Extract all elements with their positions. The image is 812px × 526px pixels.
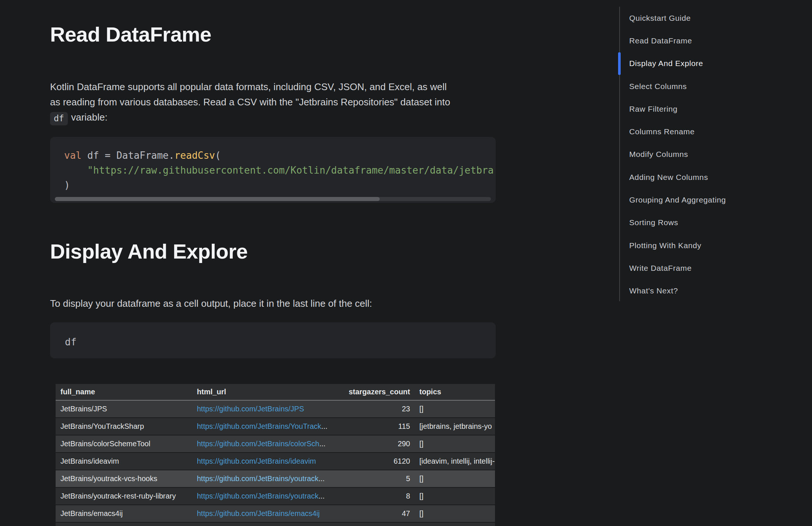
cell-html-url: https://github.com/JetBrains/YouTrack... xyxy=(197,422,341,431)
intro-line-1: Kotlin DataFrame supports all popular da… xyxy=(50,79,497,95)
link-ellipsis: ... xyxy=(319,440,326,448)
cell-topics: [] xyxy=(410,492,495,500)
repo-link[interactable]: https://github.com/JetBrains/youtrack xyxy=(197,474,318,483)
sidebar-item-grouping-and-aggregating[interactable]: Grouping And Aggregating xyxy=(629,188,800,211)
sidebar-item-quickstart-guide[interactable]: Quickstart Guide xyxy=(629,7,800,29)
column-header-full-name: full_name xyxy=(56,388,197,396)
sidebar-item-read-dataframe[interactable]: Read DataFrame xyxy=(629,29,800,52)
table-row: JetBrains/JPS https://github.com/JetBrai… xyxy=(56,401,495,418)
table-of-contents: Quickstart Guide Read DataFrame Display … xyxy=(629,7,800,302)
cell-html-url: https://github.com/JetBrains/colorSch... xyxy=(197,440,341,448)
cell-stargazers-count: 47 xyxy=(341,509,410,518)
sidebar-divider xyxy=(619,7,620,301)
cell-html-url: https://github.com/JetBrains/youtrack... xyxy=(197,492,341,500)
table-header-row: full_name html_url stargazers_count topi… xyxy=(56,384,495,401)
sidebar-item-plotting-with-kandy[interactable]: Plotting With Kandy xyxy=(629,234,800,257)
sidebar-item-columns-rename[interactable]: Columns Rename xyxy=(629,120,800,143)
cell-stargazers-count: 290 xyxy=(341,440,410,448)
page-title: Read DataFrame xyxy=(50,22,211,46)
sidebar-item-select-columns[interactable]: Select Columns xyxy=(629,75,800,98)
repo-link[interactable]: https://github.com/JetBrains/youtrack xyxy=(197,492,318,500)
cell-stargazers-count: 6120 xyxy=(341,457,410,466)
intro-tail: variable: xyxy=(71,112,108,123)
repo-link[interactable]: https://github.com/JetBrains/JPS xyxy=(197,405,304,413)
cell-html-url: https://github.com/JetBrains/emacs4ij xyxy=(197,509,341,518)
open-paren: ( xyxy=(215,150,221,161)
table-row-highlighted: JetBrains/youtrack-vcs-hooks https://git… xyxy=(56,470,495,488)
code-block-df: df xyxy=(50,322,496,358)
code-line-1: val df = DataFrame.readCsv( xyxy=(64,148,496,163)
active-section-indicator xyxy=(618,52,621,75)
dataframe-table: full_name html_url stargazers_count topi… xyxy=(56,384,495,526)
cell-topics: [] xyxy=(410,474,495,483)
cell-stargazers-count: 5 xyxy=(341,474,410,483)
cell-html-url: https://github.com/JetBrains/JPS xyxy=(197,405,341,413)
link-ellipsis: ... xyxy=(321,422,327,430)
column-header-stargazers-count: stargazers_count xyxy=(341,388,410,396)
sidebar-item-sorting-rows[interactable]: Sorting Rows xyxy=(629,211,800,234)
sidebar-item-raw-filtering[interactable]: Raw Filtering xyxy=(629,98,800,120)
cell-stargazers-count: 23 xyxy=(341,405,410,413)
cell-full-name: JetBrains/emacs4ij xyxy=(56,509,197,518)
cell-full-name: JetBrains/ideavim xyxy=(56,457,197,466)
code-plain: df = DataFrame. xyxy=(82,150,174,161)
column-header-html-url: html_url xyxy=(197,388,341,396)
code-line-df: df xyxy=(65,335,496,349)
keyword-val: val xyxy=(64,150,82,161)
table-row: JetBrains/emacs4ij https://github.com/Je… xyxy=(56,505,495,523)
cell-stargazers-count: 115 xyxy=(341,422,410,431)
link-ellipsis: ... xyxy=(318,492,325,500)
sidebar-item-write-dataframe[interactable]: Write DataFrame xyxy=(629,257,800,279)
cell-full-name: JetBrains/youtrack-vcs-hooks xyxy=(56,474,197,483)
display-paragraph: To display your dataframe as a cell outp… xyxy=(50,296,497,311)
cell-full-name: JetBrains/YouTrackSharp xyxy=(56,422,197,431)
cell-stargazers-count: 8 xyxy=(341,492,410,500)
code-block-read-csv: val df = DataFrame.readCsv( "https://raw… xyxy=(50,137,496,203)
sidebar-item-display-and-explore[interactable]: Display And Explore xyxy=(629,52,800,75)
horizontal-scrollbar[interactable] xyxy=(55,197,491,201)
code-line-3: ) xyxy=(64,178,496,193)
table-row-partial xyxy=(56,523,495,526)
repo-link[interactable]: https://github.com/JetBrains/emacs4ij xyxy=(197,509,320,517)
table-row: JetBrains/YouTrackSharp https://github.c… xyxy=(56,418,495,435)
horizontal-scrollbar-thumb[interactable] xyxy=(55,197,380,201)
table-row: JetBrains/colorSchemeTool https://github… xyxy=(56,435,495,453)
cell-topics: [jetbrains, jetbrains-yo xyxy=(410,422,495,431)
cell-topics: [] xyxy=(410,440,495,448)
sidebar-item-whats-next[interactable]: What's Next? xyxy=(629,280,800,302)
function-readcsv: readCsv xyxy=(174,150,215,161)
section-title-display-and-explore: Display And Explore xyxy=(50,239,248,263)
table-row: JetBrains/ideavim https://github.com/Jet… xyxy=(56,453,495,470)
cell-full-name: JetBrains/youtrack-rest-ruby-library xyxy=(56,492,197,500)
cell-full-name: JetBrains/JPS xyxy=(56,405,197,413)
cell-html-url: https://github.com/JetBrains/youtrack... xyxy=(197,474,341,483)
sidebar-item-modify-columns[interactable]: Modify Columns xyxy=(629,143,800,166)
sidebar-item-adding-new-columns[interactable]: Adding New Columns xyxy=(629,166,800,188)
intro-paragraph: Kotlin DataFrame supports all popular da… xyxy=(50,79,497,125)
column-header-topics: topics xyxy=(410,388,495,396)
cell-full-name: JetBrains/colorSchemeTool xyxy=(56,440,197,448)
repo-link[interactable]: https://github.com/JetBrains/ideavim xyxy=(197,457,316,465)
cell-html-url: https://github.com/JetBrains/ideavim xyxy=(197,457,341,466)
repo-link[interactable]: https://github.com/JetBrains/colorSch xyxy=(197,440,319,448)
repo-link[interactable]: https://github.com/JetBrains/YouTrack xyxy=(197,422,321,430)
inline-code-df: df xyxy=(50,112,68,125)
table-row: JetBrains/youtrack-rest-ruby-library htt… xyxy=(56,488,495,505)
intro-line-2: as reading from various databases. Read … xyxy=(50,95,497,110)
link-ellipsis: ... xyxy=(318,474,325,483)
cell-topics: [] xyxy=(410,405,495,413)
cell-topics: [ideavim, intellij, intellij- xyxy=(410,457,495,466)
cell-topics: [] xyxy=(410,509,495,518)
code-line-2-url-string: "https://raw.githubusercontent.com/Kotli… xyxy=(64,163,496,178)
